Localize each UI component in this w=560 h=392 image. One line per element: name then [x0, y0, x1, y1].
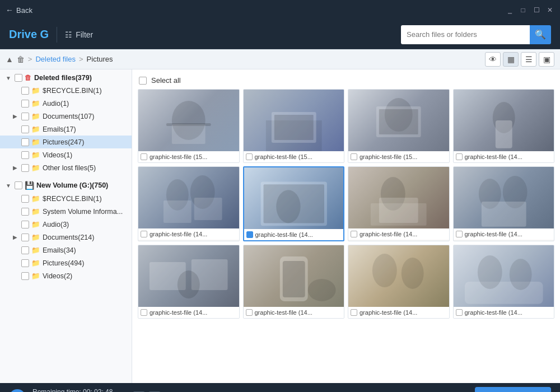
svg-point-30 [372, 254, 397, 287]
folder-icon: 📁 [31, 112, 40, 120]
image-thumbnail [244, 90, 344, 151]
back-button[interactable]: ← Back [6, 6, 32, 15]
image-checkbox[interactable] [351, 231, 357, 237]
filter-button[interactable]: ☷ Filter [65, 30, 93, 39]
image-cell[interactable]: graphic-test-file (15... [138, 89, 240, 163]
image-label: graphic-test-file (15... [244, 151, 344, 162]
sidebar-item-other1[interactable]: ▶ 📁 Other lost files(5) [0, 161, 132, 174]
image-filename: graphic-test-file (14... [465, 309, 522, 316]
list-view-button[interactable]: ☰ [521, 52, 536, 67]
header: Drive G ☷ Filter 🔍 [0, 20, 560, 49]
minimize-icon[interactable]: ⎯ [505, 6, 514, 15]
image-filename: graphic-test-file (14... [150, 309, 207, 316]
image-checkbox[interactable] [141, 231, 147, 237]
image-thumbnail [348, 167, 449, 228]
image-label: graphic-test-file (14... [454, 151, 554, 162]
svg-rect-5 [274, 115, 313, 140]
image-checkbox[interactable] [246, 153, 253, 160]
detail-view-button[interactable]: ▣ [539, 52, 554, 67]
sidebar-item-audio1[interactable]: 📁 Audio(1) [0, 97, 132, 110]
folder-icon: 📁 [31, 259, 40, 267]
image-checkbox[interactable] [351, 309, 357, 316]
deleted-files-checkbox[interactable] [15, 74, 22, 82]
image-checkbox[interactable] [246, 309, 253, 316]
image-filename: graphic-test-file (14... [465, 231, 522, 237]
grid-view-button[interactable]: ▦ [503, 52, 519, 67]
sidebar-item-recycle2[interactable]: 📁 $RECYCLE.BIN(1) [0, 192, 132, 205]
sidebar-volume-label: New Volume (G:)(750) [36, 181, 108, 189]
image-checkbox[interactable] [141, 309, 147, 316]
image-filename: graphic-test-file (15... [150, 153, 207, 160]
image-label: graphic-test-file (14... [348, 307, 449, 318]
image-filename: graphic-test-file (14... [465, 153, 522, 160]
image-filename: graphic-test-file (14... [255, 231, 313, 238]
close-icon[interactable]: ✕ [545, 6, 554, 15]
folder-icon: 📁 [31, 86, 40, 95]
image-filename: graphic-test-file (14... [360, 309, 417, 316]
trash-folder-icon: 🗑 [25, 74, 32, 82]
image-cell[interactable]: graphic-test-file (14... [453, 89, 555, 163]
filter-label: Filter [76, 30, 93, 39]
image-cell[interactable]: graphic-test-file (14... [453, 245, 555, 319]
image-cell[interactable]: graphic-test-file (15... [348, 89, 450, 163]
breadcrumb-deleted-files[interactable]: Deleted files [35, 55, 76, 63]
image-checkbox[interactable] [456, 231, 463, 237]
sidebar-item-recycle1[interactable]: 📁 $RECYCLE.BIN(1) [0, 84, 132, 97]
sidebar-item-sysvolume[interactable]: 📁 System Volume Informa... [0, 205, 132, 218]
image-cell[interactable]: graphic-test-file (15... [243, 89, 345, 163]
sidebar-group-volume: ▼ 💾 New Volume (G:)(750) 📁 $RECYCLE.BIN(… [0, 176, 132, 284]
sidebar-item-emails1[interactable]: 📁 Emails(17) [0, 123, 132, 136]
volume-checkbox[interactable] [15, 181, 22, 189]
status-text: Remaining time: 00: 02: 48 Found: 1129 f… [32, 387, 115, 392]
eye-view-button[interactable]: 👁 [485, 52, 501, 67]
view-controls: 👁 ▦ ☰ ▣ [485, 52, 554, 67]
image-label: graphic-test-file (15... [348, 151, 449, 162]
sidebar-item-pictures1[interactable]: 📁 Pictures(247) [0, 136, 132, 148]
sidebar-item-audio2[interactable]: 📁 Audio(3) [0, 218, 132, 231]
sidebar-item-videos2[interactable]: 📁 Videos(2) [0, 269, 132, 282]
image-cell[interactable]: graphic-test-file (14... [243, 245, 345, 319]
sidebar-group-deleted-header[interactable]: ▼ 🗑 Deleted files(379) [0, 72, 132, 84]
maximize-icon[interactable]: □ [519, 6, 528, 15]
recover-button[interactable]: ⤺ Recover [475, 387, 551, 392]
image-cell[interactable]: graphic-test-file (14... [243, 166, 345, 241]
main-area: ▼ 🗑 Deleted files(379) 📁 $RECYCLE.BIN(1)… [0, 69, 560, 383]
image-label: graphic-test-file (15... [138, 151, 239, 162]
image-checkbox[interactable] [246, 231, 253, 238]
image-label: graphic-test-file (14... [348, 228, 449, 240]
svg-rect-10 [495, 120, 512, 148]
image-cell[interactable]: graphic-test-file (14... [138, 245, 240, 319]
sidebar-item-documents2[interactable]: ▶ 📁 Documents(214) [0, 231, 132, 244]
svg-rect-8 [379, 109, 418, 134]
sidebar-item-documents1[interactable]: ▶ 📁 Documents(107) [0, 110, 132, 123]
search-button[interactable]: 🔍 [530, 25, 551, 44]
delete-icon[interactable]: 🗑 [17, 55, 25, 64]
breadcrumb-sep2: > [79, 55, 83, 63]
sidebar-item-pictures2[interactable]: 📁 Pictures(494) [0, 256, 132, 269]
search-input[interactable] [401, 25, 530, 44]
sidebar-group-volume-header[interactable]: ▼ 💾 New Volume (G:)(750) [0, 179, 132, 192]
header-divider [57, 27, 57, 43]
statusbar: Remaining time: 00: 02: 48 Found: 1129 f… [0, 383, 560, 392]
image-cell[interactable]: graphic-test-file (14... [138, 166, 240, 241]
image-label: graphic-test-file (14... [454, 228, 554, 240]
sidebar-item-videos1[interactable]: 📁 Videos(1) [0, 148, 132, 161]
up-button[interactable]: ▲ [6, 55, 13, 64]
folder-icon: 📁 [31, 220, 40, 228]
select-all-label: Select all [151, 76, 181, 85]
image-cell[interactable]: graphic-test-file (14... [453, 166, 555, 241]
sidebar-item-emails2[interactable]: 📁 Emails(34) [0, 244, 132, 256]
image-thumbnail [244, 167, 344, 229]
image-checkbox[interactable] [141, 153, 147, 160]
image-cell[interactable]: graphic-test-file (14... [348, 245, 450, 319]
image-cell[interactable]: graphic-test-file (14... [348, 166, 450, 241]
restore-icon[interactable]: ☐ [532, 6, 541, 15]
image-label: graphic-test-file (14... [454, 307, 554, 318]
select-all-checkbox[interactable] [139, 77, 147, 85]
image-thumbnail [454, 245, 554, 307]
image-checkbox[interactable] [456, 309, 463, 316]
image-thumbnail [138, 245, 239, 307]
breadcrumb-sep1: > [28, 55, 32, 63]
image-checkbox[interactable] [456, 153, 463, 160]
image-checkbox[interactable] [351, 153, 357, 160]
